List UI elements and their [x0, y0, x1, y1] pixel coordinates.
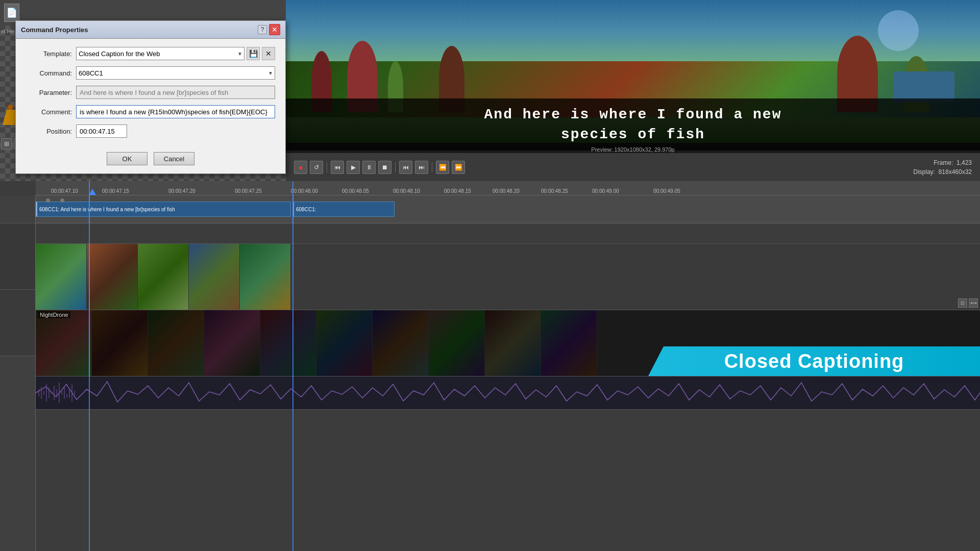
- caption-line2: species of fish: [296, 124, 970, 144]
- position-input[interactable]: [76, 124, 127, 138]
- position-label: Position:: [26, 128, 72, 135]
- resize-btn-2[interactable]: ⟺: [969, 298, 978, 308]
- ruler-mark-2: 00:00:47.15: [102, 188, 129, 194]
- ruler-mark-4: 00:00:47.25: [235, 188, 262, 194]
- dialog-title: Command Properties: [21, 26, 88, 34]
- command-label: Command:: [26, 69, 72, 77]
- nightdrone-label: NightDrone: [38, 311, 70, 318]
- template-input-wrap: Closed Caption for the Web ▼ 💾 ✕: [76, 47, 275, 60]
- dark-thumb-8: [429, 310, 485, 376]
- sky: [286, 0, 980, 61]
- svg-rect-6: [54, 386, 55, 400]
- ruler-mark-12: 00:00:49.05: [653, 188, 680, 194]
- parameter-input[interactable]: [76, 86, 275, 99]
- template-select-wrapper: Closed Caption for the Web ▼: [76, 47, 244, 60]
- record-btn[interactable]: ●: [294, 161, 307, 174]
- audio-track: // Will be rendered as static SVG lines: [36, 377, 980, 410]
- file-icon: 📄: [4, 4, 19, 22]
- svg-rect-9: [61, 391, 62, 395]
- dark-thumb-1: [36, 310, 92, 376]
- template-select[interactable]: Closed Caption for the Web: [76, 47, 244, 60]
- dark-thumb-3: [148, 310, 204, 376]
- command-select[interactable]: 608CC1: [76, 66, 275, 80]
- parameter-row: Parameter:: [26, 86, 275, 99]
- stop-btn[interactable]: ⏹: [378, 161, 391, 174]
- svg-rect-1: [41, 387, 42, 399]
- ruler-mark-5: 00:00:48.00: [291, 188, 318, 194]
- template-clear-btn[interactable]: ✕: [262, 47, 275, 60]
- track-gap: [36, 223, 980, 244]
- scroll-dot-1: [46, 198, 50, 203]
- svg-rect-0: [38, 389, 39, 396]
- dialog-help-button[interactable]: ?: [258, 25, 267, 34]
- dialog-titlebar: Command Properties ? ✕: [16, 21, 285, 39]
- video2-track-header: [0, 290, 35, 356]
- comment-input-wrap: [76, 105, 275, 118]
- cc-banner-text: Closed Captioning: [724, 350, 904, 372]
- command-row: Command: 608CC1 ▼: [26, 66, 275, 80]
- scroll-dot-2: [60, 198, 64, 203]
- display-info: Display: 818x460x32: [913, 167, 972, 177]
- video-caption: And here is where I found a new species …: [286, 98, 980, 151]
- thumb-2: [87, 244, 138, 310]
- cancel-button[interactable]: Cancel: [154, 152, 194, 165]
- caption-track: 608CC1: And here is where I found a new …: [36, 195, 980, 223]
- dialog-close-button[interactable]: ✕: [269, 24, 280, 35]
- dark-thumb-9: [485, 310, 541, 376]
- ok-button[interactable]: OK: [107, 152, 148, 165]
- track-resize-tools: ⊡ ⟺: [958, 298, 978, 308]
- svg-rect-12: [69, 388, 70, 398]
- tool-grid-btn[interactable]: ⊞: [1, 138, 12, 149]
- preview-info: Preview: 1920x1080x32, 29.970p: [591, 146, 674, 153]
- next-frame-btn[interactable]: ⏩: [452, 161, 465, 174]
- comment-input[interactable]: [76, 105, 275, 118]
- svg-rect-8: [59, 383, 60, 403]
- tracks-container: 608CC1: And here is where I found a new …: [0, 195, 980, 551]
- video-track-1: ⊡ ⟺: [36, 244, 980, 310]
- position-input-wrap: [76, 124, 275, 138]
- frame-value: 1,423: [957, 159, 972, 166]
- go-start-btn[interactable]: ⏮: [399, 161, 412, 174]
- frame-info: Frame: 1,423: [913, 158, 972, 167]
- svg-rect-5: [51, 392, 52, 394]
- ruler-mark-6: 00:00:48.05: [342, 188, 369, 194]
- step-back-btn[interactable]: ⏮: [331, 161, 344, 174]
- dialog-title-buttons: ? ✕: [258, 24, 280, 35]
- position-row: Position:: [26, 124, 275, 138]
- thumb-5: [240, 244, 291, 310]
- timeline-ruler: 00:00:47.10 00:00:47.15 00:00:47.20 00:0…: [36, 181, 980, 195]
- command-properties-dialog: Command Properties ? ✕ Template: Closed …: [15, 20, 286, 174]
- template-row: Template: Closed Caption for the Web ▼ 💾…: [26, 47, 275, 60]
- parameter-input-wrap: [76, 86, 275, 99]
- prev-frame-btn[interactable]: ⏪: [436, 161, 449, 174]
- top-area: 📄 xt He ⊞ ⊡ ✛ Command Properties ? ✕: [0, 0, 980, 181]
- svg-rect-4: [48, 388, 50, 398]
- dialog-body: Template: Closed Caption for the Web ▼ 💾…: [16, 39, 285, 152]
- template-label: Template:: [26, 50, 72, 58]
- play-btn[interactable]: ▶: [347, 161, 360, 174]
- template-save-btn[interactable]: 💾: [247, 47, 260, 60]
- track-headers: [0, 195, 36, 551]
- go-end-btn[interactable]: ⏭: [415, 161, 428, 174]
- caption-event-2[interactable]: 608CC1:: [292, 202, 395, 217]
- dark-thumb-5: [260, 310, 316, 376]
- svg-rect-11: [66, 394, 67, 397]
- video-track-2: NightDrone Closed Captioning: [36, 310, 980, 377]
- pause-btn[interactable]: ⏸: [362, 161, 376, 174]
- thumb-4: [189, 244, 240, 310]
- ruler-mark-8: 00:00:48.15: [444, 188, 471, 194]
- playhead-video1: [89, 244, 90, 310]
- command-input-wrap: 608CC1 ▼: [76, 66, 275, 80]
- caption-event-1[interactable]: 608CC1: And here is where I found a new …: [36, 202, 291, 217]
- dark-thumb-10: [541, 310, 597, 376]
- video-preview: And here is where I found a new species …: [286, 0, 980, 181]
- thumb-1: [36, 244, 87, 310]
- thumb-3: [138, 244, 189, 310]
- resize-btn-1[interactable]: ⊡: [958, 298, 967, 308]
- caption-event-2-label: 608CC1:: [296, 207, 316, 212]
- playhead-caption: [89, 195, 90, 223]
- caption-track-header: [0, 195, 35, 223]
- svg-rect-2: [43, 391, 44, 395]
- refresh-btn[interactable]: ↺: [310, 161, 323, 174]
- svg-rect-14: [74, 391, 75, 395]
